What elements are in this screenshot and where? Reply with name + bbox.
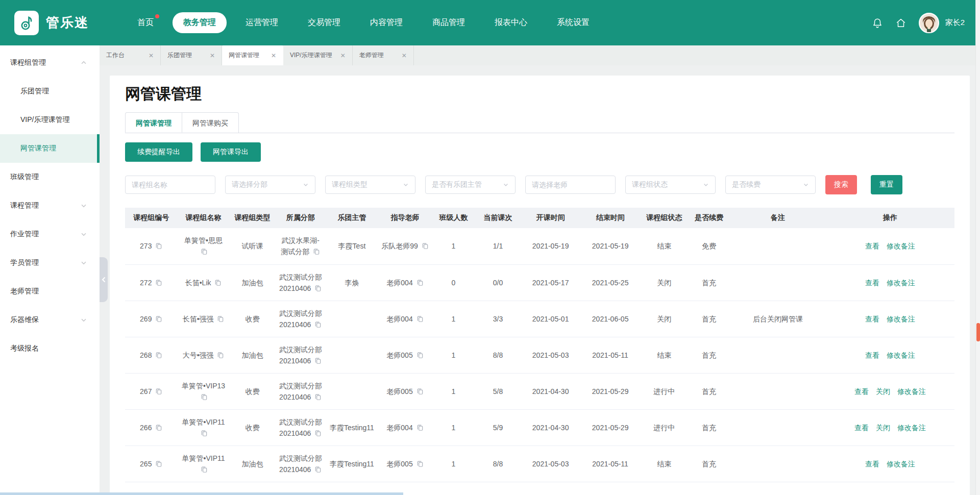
top-nav-item-6[interactable]: 报表中心 <box>484 12 538 33</box>
action-link[interactable]: 关闭 <box>876 387 890 395</box>
copy-icon[interactable] <box>155 315 162 323</box>
top-nav-item-0[interactable]: 首页 <box>127 12 164 33</box>
copy-icon[interactable] <box>155 460 162 467</box>
copy-icon[interactable] <box>201 393 208 401</box>
brand[interactable]: 管乐迷 <box>14 11 89 35</box>
sidebar-item-5[interactable]: 老师管理 <box>0 277 100 306</box>
copy-icon[interactable] <box>155 242 162 250</box>
action-link[interactable]: 查看 <box>854 424 869 432</box>
copy-icon[interactable] <box>201 430 208 437</box>
copy-icon[interactable] <box>201 466 208 473</box>
copy-icon[interactable] <box>201 248 208 255</box>
open-tab-1[interactable]: 乐团管理✕ <box>161 45 222 65</box>
table-cell: 老师004 <box>378 264 432 301</box>
sidebar-subitem-0-0[interactable]: 乐团管理 <box>0 77 100 106</box>
action-link[interactable]: 修改备注 <box>887 351 915 359</box>
horizontal-scrollbar-thumb[interactable] <box>0 492 403 495</box>
close-tab-icon[interactable]: ✕ <box>340 52 346 59</box>
copy-icon[interactable] <box>416 424 424 431</box>
sidebar-item-3[interactable]: 作业管理 <box>0 220 100 249</box>
sidebar-collapse-handle[interactable] <box>100 257 108 302</box>
table-cell: 李霞Testing11 <box>326 409 378 445</box>
open-tab-2[interactable]: 网管课管理✕ <box>222 45 283 65</box>
export-courses-button[interactable]: 网管课导出 <box>201 142 261 162</box>
sidebar-item-6[interactable]: 乐器维保 <box>0 306 100 334</box>
open-tab-4[interactable]: 老师管理✕ <box>353 45 414 65</box>
copy-icon[interactable] <box>314 393 322 401</box>
copy-icon[interactable] <box>416 279 424 286</box>
status-text: 结束 <box>657 242 671 250</box>
action-link[interactable]: 修改备注 <box>887 279 915 287</box>
filter-select-1[interactable]: 请选择分部 <box>225 176 315 194</box>
sidebar-item-2[interactable]: 课程管理 <box>0 191 100 220</box>
copy-icon[interactable] <box>214 279 222 286</box>
vertical-scrollbar[interactable] <box>975 0 980 495</box>
copy-icon[interactable] <box>155 424 162 431</box>
close-tab-icon[interactable]: ✕ <box>271 52 276 59</box>
avatar[interactable] <box>919 13 939 33</box>
sidebar-item-1[interactable]: 班级管理 <box>0 163 100 191</box>
copy-icon[interactable] <box>314 430 322 437</box>
copy-icon[interactable] <box>416 352 424 359</box>
top-nav-item-1[interactable]: 教务管理 <box>173 12 227 33</box>
copy-icon[interactable] <box>155 352 162 359</box>
action-link[interactable]: 查看 <box>865 315 879 323</box>
copy-icon[interactable] <box>314 466 322 473</box>
copy-icon[interactable] <box>314 357 322 364</box>
filter-input-0[interactable] <box>125 176 215 194</box>
column-header-13: 操作 <box>826 208 954 228</box>
action-link[interactable]: 修改备注 <box>897 387 926 395</box>
filter-select-2[interactable]: 课程组类型 <box>325 176 415 194</box>
action-link[interactable]: 关闭 <box>876 424 890 432</box>
close-tab-icon[interactable]: ✕ <box>402 52 407 59</box>
vertical-scrollbar-thumb[interactable] <box>976 323 980 341</box>
filter-select-3[interactable]: 是否有乐团主管 <box>425 176 516 194</box>
top-nav-item-2[interactable]: 运营管理 <box>235 12 289 33</box>
copy-icon[interactable] <box>416 315 424 323</box>
action-link[interactable]: 查看 <box>854 387 869 395</box>
action-link[interactable]: 查看 <box>865 279 879 287</box>
sidebar-item-4[interactable]: 学员管理 <box>0 249 100 277</box>
top-nav-item-3[interactable]: 交易管理 <box>297 12 351 33</box>
action-link[interactable]: 修改备注 <box>887 460 915 468</box>
close-tab-icon[interactable]: ✕ <box>210 52 215 59</box>
open-tab-0[interactable]: 工作台✕ <box>100 45 161 65</box>
table-cell: 单簧管•VIP13 <box>177 373 229 409</box>
search-button[interactable]: 搜索 <box>825 175 857 194</box>
copy-icon[interactable] <box>416 388 424 395</box>
action-link[interactable]: 修改备注 <box>887 242 915 250</box>
copy-icon[interactable] <box>314 285 322 292</box>
sidebar-subitem-0-1[interactable]: VIP/乐理课管理 <box>0 106 100 134</box>
action-link[interactable]: 查看 <box>865 351 879 359</box>
filter-input-4[interactable] <box>525 176 616 194</box>
action-link[interactable]: 修改备注 <box>897 424 926 432</box>
filter-select-6[interactable]: 是否续费 <box>725 176 816 194</box>
action-link[interactable]: 查看 <box>865 242 879 250</box>
sidebar-item-0[interactable]: 课程组管理 <box>0 48 100 77</box>
sidebar-item-7[interactable]: 考级报名 <box>0 334 100 363</box>
page-tab-0[interactable]: 网管课管理 <box>125 112 182 133</box>
sidebar-subitem-0-2[interactable]: 网管课管理 <box>0 134 100 163</box>
home-icon[interactable] <box>895 17 906 29</box>
copy-icon[interactable] <box>155 279 162 286</box>
action-link[interactable]: 查看 <box>865 460 879 468</box>
copy-icon[interactable] <box>314 321 322 328</box>
page-tab-1[interactable]: 网管课购买 <box>182 112 239 133</box>
copy-icon[interactable] <box>416 460 424 467</box>
top-nav-item-7[interactable]: 系统设置 <box>546 12 600 33</box>
top-nav-item-5[interactable]: 商品管理 <box>422 12 476 33</box>
copy-icon[interactable] <box>155 388 162 395</box>
copy-icon[interactable] <box>217 352 224 359</box>
export-renewal-reminder-button[interactable]: 续费提醒导出 <box>125 142 192 162</box>
copy-icon[interactable] <box>217 315 224 323</box>
copy-icon[interactable] <box>313 248 320 255</box>
open-tab-3[interactable]: VIP/乐理课管理✕ <box>283 45 353 65</box>
user-name[interactable]: 家长2 <box>945 18 965 28</box>
filter-select-5[interactable]: 课程组状态 <box>625 176 716 194</box>
copy-icon[interactable] <box>422 242 429 250</box>
notification-bell-icon[interactable] <box>872 17 883 29</box>
action-link[interactable]: 修改备注 <box>887 315 915 323</box>
reset-button[interactable]: 重置 <box>871 175 902 194</box>
top-nav-item-4[interactable]: 内容管理 <box>359 12 413 33</box>
close-tab-icon[interactable]: ✕ <box>149 52 154 59</box>
